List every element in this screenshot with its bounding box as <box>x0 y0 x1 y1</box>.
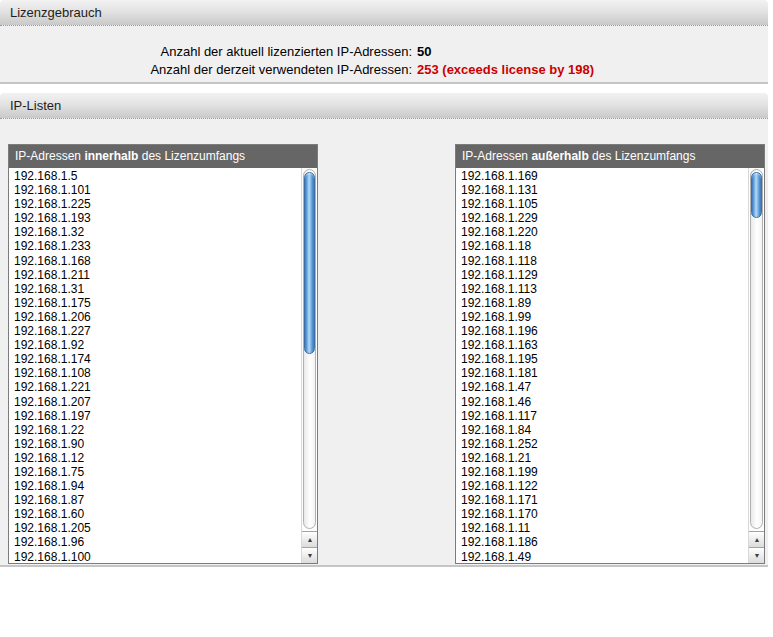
listbox-within-header: IP-Adressen innerhalb des Lizenzumfangs <box>9 145 317 168</box>
list-item[interactable]: 192.168.1.94 <box>9 479 301 493</box>
list-item[interactable]: 192.168.1.252 <box>456 437 748 451</box>
list-item[interactable]: 192.168.1.11 <box>456 521 748 535</box>
license-usage-section: Lizenzgebrauch Anzahl der aktuell lizenz… <box>0 0 768 84</box>
list-item[interactable]: 192.168.1.84 <box>456 423 748 437</box>
listbox-within-header-prefix: IP-Adressen <box>15 149 84 163</box>
list-item[interactable]: 192.168.1.49 <box>456 550 748 563</box>
scrollbar-track[interactable] <box>750 169 763 529</box>
list-item[interactable]: 192.168.1.101 <box>9 183 301 197</box>
list-item[interactable]: 192.168.1.18 <box>456 239 748 253</box>
license-usage-body: Anzahl der aktuell lizenzierten IP-Adres… <box>0 26 768 84</box>
listbox-outside-scrollbar[interactable]: ▲ ▼ <box>748 168 764 563</box>
list-item[interactable]: 192.168.1.131 <box>456 183 748 197</box>
list-item[interactable]: 192.168.1.169 <box>456 169 748 183</box>
ip-lists-section-header: IP-Listen <box>0 93 768 119</box>
list-item[interactable]: 192.168.1.96 <box>9 535 301 549</box>
list-item[interactable]: 192.168.1.206 <box>9 310 301 324</box>
list-item[interactable]: 192.168.1.129 <box>456 268 748 282</box>
list-item[interactable]: 192.168.1.118 <box>456 254 748 268</box>
list-item[interactable]: 192.168.1.220 <box>456 225 748 239</box>
scroll-down-button[interactable]: ▼ <box>749 547 764 563</box>
list-item[interactable]: 192.168.1.171 <box>456 493 748 507</box>
scrollbar-thumb[interactable] <box>751 172 762 218</box>
listbox-within-header-suffix: des Lizenzumfangs <box>138 149 245 163</box>
list-item[interactable]: 192.168.1.174 <box>9 352 301 366</box>
scroll-up-button[interactable]: ▲ <box>302 531 317 547</box>
list-item[interactable]: 192.168.1.196 <box>456 324 748 338</box>
listbox-within-header-bold: innerhalb <box>84 149 138 163</box>
scrollbar-track[interactable] <box>303 169 316 529</box>
list-item[interactable]: 192.168.1.60 <box>9 507 301 521</box>
list-item[interactable]: 192.168.1.186 <box>456 535 748 549</box>
license-usage-title: Lizenzgebrauch <box>10 5 102 20</box>
listbox-outside-header-prefix: IP-Adressen <box>462 149 531 163</box>
list-item[interactable]: 192.168.1.75 <box>9 465 301 479</box>
list-item[interactable]: 192.168.1.113 <box>456 282 748 296</box>
list-item[interactable]: 192.168.1.229 <box>456 211 748 225</box>
listbox-outside-header-suffix: des Lizenzumfangs <box>589 149 696 163</box>
list-item[interactable]: 192.168.1.197 <box>9 409 301 423</box>
list-item[interactable]: 192.168.1.31 <box>9 282 301 296</box>
list-item[interactable]: 192.168.1.227 <box>9 324 301 338</box>
list-item[interactable]: 192.168.1.221 <box>9 380 301 394</box>
list-item[interactable]: 192.168.1.87 <box>9 493 301 507</box>
used-count-row: Anzahl der derzeit verwendeten IP-Adress… <box>0 61 768 79</box>
list-item[interactable]: 192.168.1.22 <box>9 423 301 437</box>
list-item[interactable]: 192.168.1.207 <box>9 395 301 409</box>
list-item[interactable]: 192.168.1.199 <box>456 465 748 479</box>
listbox-within-license: IP-Adressen innerhalb des Lizenzumfangs … <box>8 144 318 564</box>
list-item[interactable]: 192.168.1.12 <box>9 451 301 465</box>
licensed-count-value: 50 <box>417 43 431 61</box>
list-item[interactable]: 192.168.1.108 <box>9 366 301 380</box>
list-item[interactable]: 192.168.1.195 <box>456 352 748 366</box>
list-item[interactable]: 192.168.1.122 <box>456 479 748 493</box>
section-divider <box>0 84 773 93</box>
list-item[interactable]: 192.168.1.205 <box>9 521 301 535</box>
list-item[interactable]: 192.168.1.168 <box>9 254 301 268</box>
scroll-up-button[interactable]: ▲ <box>749 531 764 547</box>
arrow-up-icon: ▲ <box>754 536 761 543</box>
list-item[interactable]: 192.168.1.92 <box>9 338 301 352</box>
list-item[interactable]: 192.168.1.100 <box>9 550 301 563</box>
list-item[interactable]: 192.168.1.163 <box>456 338 748 352</box>
list-item[interactable]: 192.168.1.105 <box>456 197 748 211</box>
list-item[interactable]: 192.168.1.211 <box>9 268 301 282</box>
ip-lists-section: IP-Listen IP-Adressen innerhalb des Lize… <box>0 93 768 567</box>
list-item[interactable]: 192.168.1.90 <box>9 437 301 451</box>
ip-lists-title: IP-Listen <box>10 98 61 113</box>
ip-list-within: 192.168.1.5192.168.1.101192.168.1.225192… <box>9 168 301 563</box>
list-item[interactable]: 192.168.1.117 <box>456 409 748 423</box>
listbox-outside-license: IP-Adressen außerhalb des Lizenzumfangs … <box>455 144 765 564</box>
arrow-up-icon: ▲ <box>307 536 314 543</box>
licensed-count-row: Anzahl der aktuell lizenzierten IP-Adres… <box>0 43 768 61</box>
arrow-down-icon: ▼ <box>307 552 314 559</box>
licensed-count-label: Anzahl der aktuell lizenzierten IP-Adres… <box>0 43 412 61</box>
ip-lists-body: IP-Adressen innerhalb des Lizenzumfangs … <box>0 119 768 567</box>
listbox-within-content: 192.168.1.5192.168.1.101192.168.1.225192… <box>9 168 317 563</box>
list-item[interactable]: 192.168.1.89 <box>456 296 748 310</box>
list-item[interactable]: 192.168.1.170 <box>456 507 748 521</box>
listbox-outside-content: 192.168.1.169192.168.1.131192.168.1.1051… <box>456 168 764 563</box>
scroll-down-button[interactable]: ▼ <box>302 547 317 563</box>
used-count-value: 253 (exceeds license by 198) <box>417 61 594 79</box>
list-item[interactable]: 192.168.1.181 <box>456 366 748 380</box>
list-item[interactable]: 192.168.1.233 <box>9 239 301 253</box>
used-count-label: Anzahl der derzeit verwendeten IP-Adress… <box>0 61 412 79</box>
license-usage-section-header: Lizenzgebrauch <box>0 0 768 26</box>
list-item[interactable]: 192.168.1.99 <box>456 310 748 324</box>
scrollbar-thumb[interactable] <box>304 172 315 354</box>
ip-list-outside: 192.168.1.169192.168.1.131192.168.1.1051… <box>456 168 748 563</box>
list-item[interactable]: 192.168.1.175 <box>9 296 301 310</box>
list-item[interactable]: 192.168.1.5 <box>9 169 301 183</box>
list-item[interactable]: 192.168.1.193 <box>9 211 301 225</box>
list-item[interactable]: 192.168.1.225 <box>9 197 301 211</box>
list-item[interactable]: 192.168.1.47 <box>456 380 748 394</box>
arrow-down-icon: ▼ <box>754 552 761 559</box>
listbox-within-scrollbar[interactable]: ▲ ▼ <box>301 168 317 563</box>
list-item[interactable]: 192.168.1.32 <box>9 225 301 239</box>
list-item[interactable]: 192.168.1.21 <box>456 451 748 465</box>
listbox-outside-header: IP-Adressen außerhalb des Lizenzumfangs <box>456 145 764 168</box>
list-item[interactable]: 192.168.1.46 <box>456 395 748 409</box>
listbox-outside-header-bold: außerhalb <box>531 149 588 163</box>
